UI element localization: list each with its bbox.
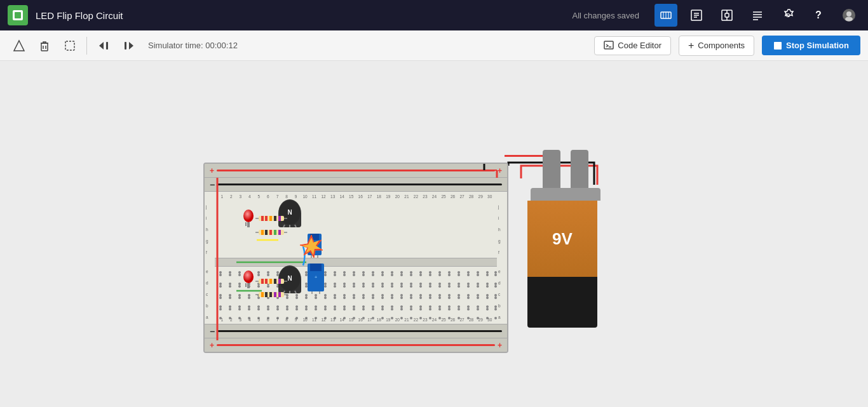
svg-point-215 bbox=[238, 283, 241, 285]
svg-point-232 bbox=[400, 283, 403, 285]
stop-icon bbox=[773, 41, 782, 50]
svg-rect-22 bbox=[41, 43, 48, 51]
svg-point-201 bbox=[391, 271, 393, 274]
svg-rect-369 bbox=[269, 279, 272, 284]
svg-point-264 bbox=[419, 294, 422, 297]
svg-point-279 bbox=[276, 305, 279, 308]
svg-point-290 bbox=[381, 305, 384, 308]
svg-rect-387 bbox=[310, 264, 322, 271]
svg-line-337 bbox=[295, 225, 296, 227]
add-shape-button[interactable] bbox=[8, 34, 31, 57]
delete-button[interactable] bbox=[33, 34, 56, 57]
svg-point-184 bbox=[229, 271, 231, 274]
svg-rect-354 bbox=[274, 216, 276, 221]
bottom-ground-rail: − bbox=[205, 324, 507, 338]
plus-icon: + bbox=[688, 40, 694, 51]
svg-rect-353 bbox=[269, 216, 272, 221]
stop-simulation-button[interactable]: Stop Simulation bbox=[762, 36, 860, 55]
center-divider bbox=[215, 258, 497, 267]
svg-point-272 bbox=[494, 294, 497, 297]
svg-text:N: N bbox=[287, 275, 292, 282]
svg-point-207 bbox=[448, 271, 451, 274]
code-editor-button[interactable]: Code Editor bbox=[594, 36, 671, 55]
svg-point-209 bbox=[467, 271, 470, 274]
svg-point-188 bbox=[267, 271, 269, 274]
svg-text:+: + bbox=[315, 274, 318, 280]
led-1[interactable] bbox=[243, 210, 254, 230]
svg-point-289 bbox=[372, 305, 374, 308]
top-navbar: LED Flip Flop Circuit All changes saved … bbox=[0, 0, 868, 30]
led-2[interactable] bbox=[243, 270, 254, 291]
svg-point-287 bbox=[353, 305, 355, 308]
svg-point-297 bbox=[448, 305, 451, 308]
code-editor-icon bbox=[604, 41, 614, 51]
svg-point-231 bbox=[391, 283, 393, 285]
svg-point-228 bbox=[362, 283, 365, 285]
resistor-2[interactable] bbox=[255, 227, 287, 239]
bottom-red-rail bbox=[217, 344, 495, 346]
top-power-rail: + + bbox=[205, 164, 507, 178]
resistor-4[interactable] bbox=[255, 290, 287, 301]
rewind-button[interactable] bbox=[92, 34, 115, 57]
breadboard[interactable]: + + − 1234567891011121314151617181920212… bbox=[203, 163, 508, 353]
svg-point-270 bbox=[477, 294, 479, 297]
svg-point-346 bbox=[243, 270, 254, 283]
svg-point-246 bbox=[248, 294, 250, 297]
svg-rect-379 bbox=[278, 292, 281, 297]
battery-terminal-left bbox=[543, 150, 560, 188]
svg-point-233 bbox=[410, 283, 412, 285]
account-nav-btn[interactable] bbox=[837, 4, 860, 27]
svg-point-298 bbox=[458, 305, 460, 308]
svg-rect-348 bbox=[245, 283, 247, 287]
svg-rect-361 bbox=[269, 230, 272, 235]
bom-nav-btn[interactable] bbox=[746, 4, 769, 27]
svg-point-292 bbox=[400, 305, 403, 308]
breadboard-nav-btn[interactable] bbox=[654, 4, 677, 27]
svg-point-273 bbox=[219, 305, 222, 308]
resistor-3[interactable] bbox=[255, 276, 287, 288]
battery-cap bbox=[531, 188, 600, 201]
forward-button[interactable] bbox=[118, 34, 140, 57]
svg-point-230 bbox=[381, 283, 384, 285]
svg-point-293 bbox=[410, 305, 412, 308]
schematic-nav-btn[interactable] bbox=[685, 4, 708, 27]
simulator-time: Simulator time: 00:00:12 bbox=[148, 41, 592, 50]
svg-point-195 bbox=[334, 271, 336, 274]
svg-point-200 bbox=[381, 271, 384, 274]
svg-point-196 bbox=[343, 271, 346, 274]
svg-point-255 bbox=[334, 294, 336, 297]
svg-point-204 bbox=[419, 271, 422, 274]
svg-point-274 bbox=[229, 305, 231, 308]
svg-point-229 bbox=[372, 283, 374, 285]
svg-point-262 bbox=[400, 294, 403, 297]
help-nav-btn[interactable]: ? bbox=[807, 4, 830, 27]
capacitor-2[interactable]: + bbox=[306, 262, 325, 297]
svg-rect-25 bbox=[65, 41, 74, 50]
svg-point-236 bbox=[438, 283, 441, 285]
settings-nav-btn[interactable] bbox=[776, 4, 799, 27]
svg-point-257 bbox=[353, 294, 355, 297]
svg-rect-378 bbox=[274, 292, 276, 297]
svg-point-211 bbox=[486, 271, 489, 274]
svg-point-263 bbox=[410, 294, 412, 297]
circuit-container: + + − 1234567891011121314151617181920212… bbox=[203, 163, 604, 353]
svg-point-282 bbox=[305, 305, 308, 308]
svg-point-244 bbox=[229, 294, 231, 297]
pcb-nav-btn[interactable] bbox=[715, 4, 738, 27]
svg-point-267 bbox=[448, 294, 451, 297]
svg-rect-352 bbox=[265, 216, 268, 221]
svg-point-281 bbox=[295, 305, 298, 308]
row-letters-lower-right: edcba bbox=[498, 265, 506, 323]
svg-point-19 bbox=[846, 11, 851, 17]
components-button[interactable]: + Components bbox=[679, 36, 754, 56]
svg-point-277 bbox=[257, 305, 260, 308]
svg-rect-377 bbox=[269, 292, 272, 297]
toolbar: Simulator time: 00:00:12 Code Editor + C… bbox=[0, 30, 868, 61]
resistor-1[interactable] bbox=[255, 213, 287, 225]
save-status: All changes saved bbox=[572, 11, 639, 20]
select-button[interactable] bbox=[58, 34, 81, 57]
svg-rect-1 bbox=[15, 12, 21, 18]
svg-point-225 bbox=[334, 283, 336, 285]
svg-rect-347 bbox=[247, 283, 250, 288]
svg-point-245 bbox=[238, 294, 241, 297]
